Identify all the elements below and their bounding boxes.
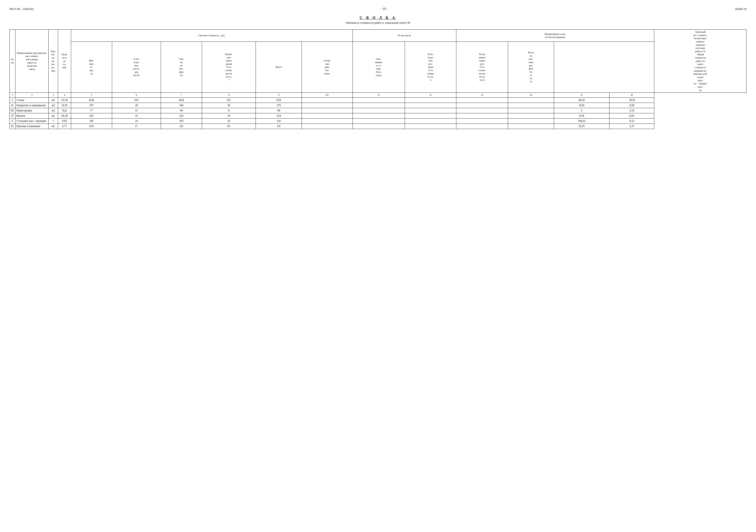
cell-c5: I228: [71, 97, 112, 103]
cell-c5: 202: [71, 113, 112, 118]
col-header-vsego: Всего: [256, 42, 302, 93]
cell-name: Кровля: [15, 113, 49, 118]
cell-c7: I2I: [161, 123, 202, 129]
cell-c6: 24: [112, 118, 161, 123]
cell-c16: 3,37: [609, 123, 654, 129]
col-header-smetnaya: Сметная стоимость , руб.: [71, 30, 353, 42]
table-header-row2: Пря-мыеза-тра-ты % на-клад-ныхрасхо-дов1…: [10, 42, 746, 93]
cell-c14: [508, 103, 554, 108]
cell-c16: 2,52: [609, 108, 654, 113]
col-header-udel: Удельныйвес стоимос-ти конструк-тивногоэ…: [654, 30, 746, 93]
table-row: Y.Стальные кон- струкциит0,9528I24305263…: [10, 118, 746, 123]
cell-qty: 6,77: [58, 123, 71, 129]
cell-c16: 39,9I: [609, 97, 654, 103]
cell-qty: 3I,59: [58, 103, 71, 108]
cell-c9: I55I: [256, 97, 302, 103]
cell-qty: I6,0: [58, 108, 71, 113]
cell-num: Y.: [10, 118, 15, 123]
colnum-8: 8: [202, 93, 256, 98]
cell-c5: 297: [71, 103, 112, 108]
cell-num: IY: [10, 113, 15, 118]
colnum-5: 5: [71, 93, 112, 98]
cell-c9: 98: [256, 108, 302, 113]
col-header-num: №пп: [10, 30, 15, 93]
cell-name: Проемы а'локонные: [15, 123, 49, 129]
cell-c15: 8,38: [554, 113, 609, 118]
col-header-plan-nakopl: В плановыхнакопден.% отстоим-мостипо гр.…: [456, 42, 508, 93]
cell-c8: 26: [202, 118, 256, 123]
cell-c12: [405, 118, 456, 123]
cell-c11: [353, 118, 405, 123]
page-number: - 19 -: [34, 7, 735, 11]
cell-c14: [508, 113, 554, 118]
cell-c14: [508, 123, 554, 129]
col-header-pryamye: Пря-мыеза-тра-ты: [71, 42, 112, 93]
cell-num: II.: [10, 103, 15, 108]
colnum-1: I: [10, 93, 15, 98]
cell-c6: 202: [112, 97, 161, 103]
cell-c11: [353, 113, 405, 118]
cell-c7: 346: [161, 103, 202, 108]
cell-c9: I3I: [256, 123, 302, 129]
cell-c14: [508, 108, 554, 113]
col-header-osnov-zar: основ-наязара-бот.плата: [302, 42, 353, 93]
cell-name: Покрытие и перекрытие: [15, 103, 49, 108]
cell-c7: 305: [161, 118, 202, 123]
cell-c7: 90: [161, 108, 202, 113]
cell-c7: I428: [161, 97, 202, 103]
col-header-qty: Количествоед.изм.: [58, 30, 71, 93]
cell-c10: [302, 118, 353, 123]
cell-num: I.: [10, 97, 15, 103]
doc-code: 18300-10: [735, 7, 746, 11]
cell-c12: [405, 108, 456, 113]
cell-c8: 30: [202, 103, 256, 108]
cell-c10: [302, 123, 353, 129]
colnum-4: 4: [58, 93, 71, 98]
colnum-10: IO: [302, 93, 353, 98]
cell-c5: 28I: [71, 118, 112, 123]
cell-name: Стены: [15, 97, 49, 103]
doc-date: (VIII.84): [22, 7, 34, 11]
header-left: 902-I-60 (VIII.84): [10, 7, 34, 11]
colnum-15: I5: [554, 93, 609, 98]
cell-c16: 9,68: [609, 103, 654, 108]
main-table: №пп Наименование конструктив-ных элемен-…: [10, 29, 746, 129]
cell-name: Перегородки: [15, 108, 49, 113]
cell-c14: [508, 118, 554, 123]
cell-c8: I9: [202, 113, 256, 118]
cell-c15: I9,35: [554, 123, 609, 129]
cell-c8: IO: [202, 123, 256, 129]
cell-unit: м2: [49, 108, 58, 113]
cell-c15: II,90: [554, 103, 609, 108]
cell-c10: [302, 108, 353, 113]
page-header: 902-I-60 (VIII.84) - 19 - 18300-10: [10, 7, 746, 11]
cell-unit: м2: [49, 123, 58, 129]
cell-c6: I7: [112, 123, 161, 129]
cell-unit: м2: [49, 113, 58, 118]
cell-c6: 33: [112, 113, 161, 118]
cell-c14: [508, 97, 554, 103]
cell-num: III.: [10, 108, 15, 113]
cell-c13: [456, 97, 508, 103]
col-header-vsego-po-dan: Всегоподан-нымгра-фам10,1112,13: [508, 42, 554, 93]
cell-c13: [456, 123, 508, 129]
colnum-9: 9: [256, 93, 302, 98]
colnum-13: I3: [456, 93, 508, 98]
cell-num: YI.: [10, 123, 15, 129]
colnum-3: 3: [49, 93, 58, 98]
cell-c6: I3: [112, 108, 161, 113]
cell-c16: 8,52: [609, 118, 654, 123]
cell-c13: [456, 103, 508, 108]
cell-c12: [405, 103, 456, 108]
cell-name: Стальные кон- струкции: [15, 118, 49, 123]
title-section: С В О Д К А объемов и стоимости работ к …: [10, 16, 746, 25]
cell-c11: [353, 108, 405, 113]
colnum-14: I4: [508, 93, 554, 98]
cell-c8: 8: [202, 108, 256, 113]
col-header-klad-rask: В на-клад-ныхрас-ходах% отсуммыпо гр.6: [405, 42, 456, 93]
doc-number: 902-I-60: [10, 7, 20, 11]
cell-unit: м2: [49, 103, 58, 108]
cell-c8: I23: [202, 97, 256, 103]
col-header-unit: Еди-ни-цаиз-ме-ре-ния: [49, 30, 58, 93]
cell-unit: т: [49, 118, 58, 123]
